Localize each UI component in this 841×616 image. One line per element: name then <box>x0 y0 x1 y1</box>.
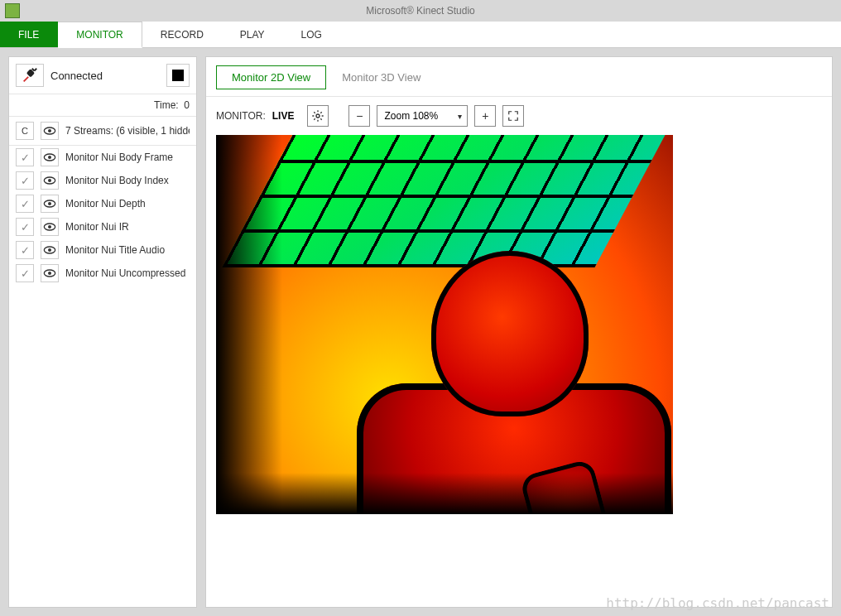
titlebar: Microsoft® Kinect Studio <box>0 0 841 22</box>
eye-icon <box>43 268 56 278</box>
settings-button[interactable] <box>307 105 329 127</box>
depth-noise-bottom <box>216 473 673 514</box>
stream-item[interactable]: ✓ Monitor Nui Body Index <box>9 169 196 192</box>
depth-head <box>431 251 589 416</box>
stream-eye[interactable] <box>41 264 59 282</box>
workspace: Connected Time: 0 C 7 Streams: (6 visibl… <box>0 48 841 616</box>
eye-icon <box>43 126 56 136</box>
stream-item[interactable]: ✓ Monitor Nui Body Frame <box>9 146 196 169</box>
stream-check[interactable]: ✓ <box>16 218 34 236</box>
depth-ceiling <box>222 135 665 267</box>
stream-check[interactable]: ✓ <box>16 195 34 213</box>
menu-file[interactable]: FILE <box>0 22 58 47</box>
minus-icon: − <box>356 109 363 123</box>
time-value: 0 <box>184 99 190 111</box>
depth-noise-left <box>216 135 282 514</box>
stream-item[interactable]: ✓ Monitor Nui Depth <box>9 192 196 215</box>
stream-label: Monitor Nui Body Index <box>65 175 169 186</box>
stream-item[interactable]: ✓ Monitor Nui Uncompressed <box>9 262 196 285</box>
zoom-in-button[interactable]: + <box>474 105 496 127</box>
svg-point-16 <box>48 272 51 275</box>
right-panel: Monitor 2D View Monitor 3D View MONITOR:… <box>205 56 833 608</box>
zoom-select[interactable]: Zoom 108% <box>377 105 468 127</box>
app-title: Microsoft® Kinect Studio <box>366 5 475 17</box>
stream-check[interactable]: ✓ <box>16 148 34 166</box>
stream-check[interactable]: ✓ <box>16 241 34 259</box>
fullscreen-button[interactable] <box>502 105 524 127</box>
zoom-out-button[interactable]: − <box>348 105 370 127</box>
menubar: FILE MONITOR RECORD PLAY LOG <box>0 22 841 48</box>
stream-item[interactable]: ✓ Monitor Nui Title Audio <box>9 238 196 262</box>
monitor-toolbar: MONITOR: LIVE − Zoom 108% + <box>206 97 832 135</box>
eye-icon <box>43 199 56 209</box>
stream-item[interactable]: ✓ Monitor Nui IR <box>9 215 196 238</box>
tab-monitor-2d[interactable]: Monitor 2D View <box>216 65 326 89</box>
menu-log[interactable]: LOG <box>283 22 340 47</box>
eye-icon <box>43 245 56 255</box>
stream-eye[interactable] <box>41 195 59 213</box>
stream-eye[interactable] <box>41 218 59 236</box>
view-tabs: Monitor 2D View Monitor 3D View <box>206 57 832 97</box>
monitor-label: MONITOR: <box>216 110 266 122</box>
stream-eye[interactable] <box>41 148 59 166</box>
left-panel: Connected Time: 0 C 7 Streams: (6 visibl… <box>8 56 197 608</box>
zoom-value: Zoom 108% <box>384 110 438 122</box>
svg-point-8 <box>48 179 51 182</box>
viewport <box>206 135 832 607</box>
expand-icon <box>507 110 519 122</box>
plus-icon: + <box>482 109 488 123</box>
eye-icon <box>43 176 56 185</box>
svg-line-2 <box>35 69 37 71</box>
plug-icon <box>21 66 39 84</box>
stream-label: Monitor Nui Body Frame <box>65 152 173 163</box>
svg-point-4 <box>48 129 51 132</box>
menu-play[interactable]: PLAY <box>222 22 283 47</box>
connection-status: Connected <box>50 70 103 82</box>
svg-point-10 <box>48 202 51 205</box>
connection-row: Connected <box>9 57 196 94</box>
time-label: Time: <box>154 99 179 111</box>
stop-icon <box>172 70 184 81</box>
connection-icon-button[interactable] <box>16 64 44 87</box>
stream-check[interactable]: ✓ <box>16 264 34 282</box>
stream-label: Monitor Nui Title Audio <box>65 244 165 256</box>
stream-label: Monitor Nui Uncompressed <box>65 267 185 279</box>
svg-point-12 <box>48 225 51 229</box>
streams-c-button[interactable]: C <box>16 122 34 140</box>
menu-monitor[interactable]: MONITOR <box>58 22 142 48</box>
tab-monitor-3d[interactable]: Monitor 3D View <box>326 65 436 89</box>
eye-icon <box>43 152 56 162</box>
stream-label: Monitor Nui IR <box>65 221 129 233</box>
streams-header: C 7 Streams: (6 visible, 1 hidden) <box>9 117 196 146</box>
stream-list: ✓ Monitor Nui Body Frame ✓ Monitor Nui B… <box>9 146 196 607</box>
streams-summary: 7 Streams: (6 visible, 1 hidden) <box>65 125 190 137</box>
menu-record[interactable]: RECORD <box>142 22 222 47</box>
app-icon <box>5 3 20 18</box>
depth-image[interactable] <box>216 135 673 514</box>
svg-point-17 <box>316 114 320 118</box>
time-row: Time: 0 <box>9 94 196 117</box>
stop-button[interactable] <box>166 64 190 87</box>
gear-icon <box>311 109 324 123</box>
stream-check[interactable]: ✓ <box>16 171 34 190</box>
stream-eye[interactable] <box>41 241 59 259</box>
eye-icon <box>43 222 56 232</box>
monitor-status: LIVE <box>272 110 295 122</box>
stream-eye[interactable] <box>41 171 59 190</box>
svg-point-6 <box>48 156 51 159</box>
stream-label: Monitor Nui Depth <box>65 198 146 209</box>
streams-visibility-button[interactable] <box>41 122 59 140</box>
svg-point-14 <box>48 248 51 252</box>
